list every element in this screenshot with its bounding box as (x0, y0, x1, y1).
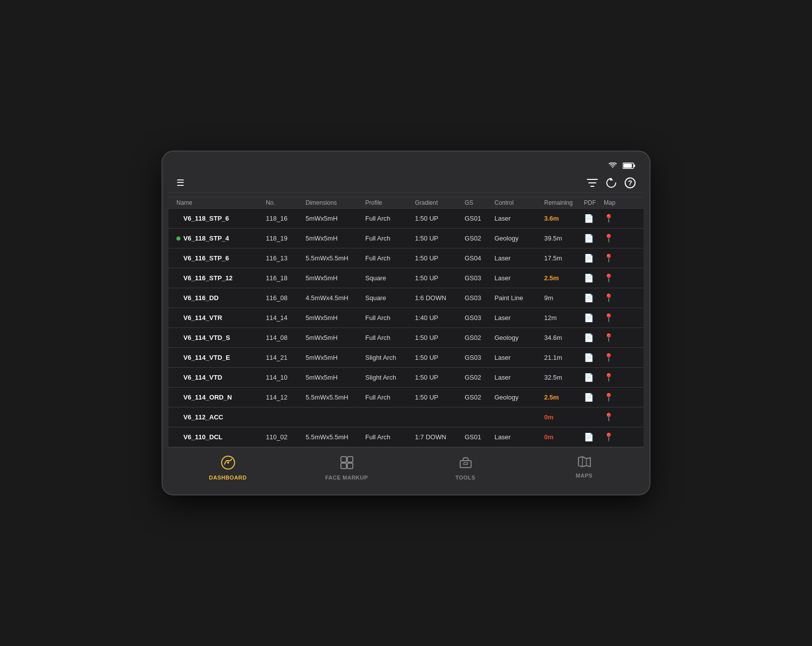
row-remaining: 0m (544, 413, 584, 421)
row-no: 118_19 (266, 235, 306, 242)
device-frame: ☰ ? (162, 152, 650, 494)
row-remaining: 2.5m (544, 274, 584, 282)
table-row[interactable]: V6_116_DD 116_08 4.5mWx4.5mH Square 1:6 … (168, 288, 644, 308)
row-name: V6_110_DCL (176, 433, 266, 441)
device-screen: ☰ ? (168, 158, 644, 488)
table-row[interactable]: V6_118_STP_4 118_19 5mWx5mH Full Arch 1:… (168, 229, 644, 248)
table-row[interactable]: V6_114_VTD 114_10 5mWx5mH Slight Arch 1:… (168, 368, 644, 388)
battery-icon (623, 162, 636, 169)
bottom-nav: DASHBOARD FACE MARKUP TOOLS MAPS (168, 447, 644, 488)
table-row[interactable]: V6_112_ACC 0m 📍 (168, 407, 644, 427)
pdf-icon[interactable]: 📄 (584, 393, 604, 402)
col-dimensions: Dimensions (306, 199, 365, 206)
status-time-date (176, 162, 178, 169)
map-pin-icon[interactable]: 📍 (604, 273, 629, 283)
app-header: ☰ ? (168, 173, 644, 193)
nav-item-maps[interactable]: MAPS (525, 453, 644, 484)
row-no: 110_02 (266, 433, 306, 441)
row-dimensions: 4.5mWx4.5mH (306, 294, 365, 302)
row-gs: GS03 (465, 274, 494, 282)
pdf-icon[interactable]: 📄 (584, 293, 604, 303)
map-pin-icon[interactable]: 📍 (604, 353, 629, 362)
pdf-icon[interactable]: 📄 (584, 273, 604, 283)
row-no: 114_08 (266, 334, 306, 341)
row-name: V6_118_STP_6 (176, 215, 266, 222)
help-button[interactable]: ? (625, 177, 636, 188)
row-remaining: 9m (544, 294, 584, 302)
map-pin-icon[interactable]: 📍 (604, 234, 629, 243)
row-dimensions: 5.5mWx5.5mH (306, 254, 365, 262)
pdf-icon[interactable]: 📄 (584, 214, 604, 223)
row-control: Geology (494, 394, 544, 401)
pdf-icon[interactable]: 📄 (584, 432, 604, 442)
map-pin-icon[interactable]: 📍 (604, 412, 629, 422)
svg-rect-10 (347, 463, 353, 469)
row-gs: GS02 (465, 394, 494, 401)
map-pin-icon[interactable]: 📍 (604, 253, 629, 263)
row-profile: Full Arch (365, 235, 415, 242)
map-pin-icon[interactable]: 📍 (604, 313, 629, 323)
table-row[interactable]: V6_114_VTR 114_14 5mWx5mH Full Arch 1:40… (168, 308, 644, 328)
row-dimensions: 5mWx5mH (306, 215, 365, 222)
row-gradient: 1:40 UP (415, 314, 465, 322)
table-row[interactable]: V6_114_VTD_E 114_21 5mWx5mH Slight Arch … (168, 348, 644, 368)
row-no: 116_13 (266, 254, 306, 262)
nav-label-dashboard: DASHBOARD (209, 475, 247, 481)
status-dot (176, 316, 180, 320)
status-dot (176, 376, 180, 380)
map-pin-icon[interactable]: 📍 (604, 393, 629, 402)
row-remaining: 2.5m (544, 394, 584, 401)
hamburger-button[interactable]: ☰ (176, 177, 184, 188)
map-pin-icon[interactable]: 📍 (604, 432, 629, 442)
pdf-icon[interactable]: 📄 (584, 333, 604, 342)
row-name: V6_116_DD (176, 294, 266, 302)
table-row[interactable]: V6_116_STP_6 116_13 5.5mWx5.5mH Full Arc… (168, 248, 644, 268)
nav-label-tools: TOOLS (455, 475, 475, 481)
svg-rect-12 (464, 463, 468, 465)
svg-rect-1 (634, 164, 636, 167)
svg-rect-7 (341, 457, 346, 462)
row-name: V6_116_STP_6 (176, 254, 266, 262)
nav-item-face-markup[interactable]: FACE MARKUP (287, 453, 406, 484)
nav-item-tools[interactable]: TOOLS (406, 453, 525, 484)
row-gs: GS02 (465, 374, 494, 381)
status-dot (176, 296, 180, 300)
face-markup-icon (340, 456, 354, 470)
row-no: 114_14 (266, 314, 306, 322)
row-profile: Full Arch (365, 254, 415, 262)
row-remaining: 21.1m (544, 354, 584, 361)
table-row[interactable]: V6_116_STP_12 116_18 5mWx5mH Square 1:50… (168, 268, 644, 288)
table-row[interactable]: V6_114_VTD_S 114_08 5mWx5mH Full Arch 1:… (168, 328, 644, 348)
pdf-icon[interactable]: 📄 (584, 373, 604, 382)
maps-icon (577, 456, 591, 468)
nav-item-dashboard[interactable]: DASHBOARD (168, 453, 287, 484)
row-control: Laser (494, 215, 544, 222)
status-dot (176, 217, 180, 221)
row-profile: Full Arch (365, 334, 415, 341)
map-pin-icon[interactable]: 📍 (604, 373, 629, 382)
table-row[interactable]: V6_114_ORD_N 114_12 5.5mWx5.5mH Full Arc… (168, 388, 644, 407)
row-control: Geology (494, 235, 544, 242)
row-no: 114_10 (266, 374, 306, 381)
svg-rect-2 (624, 163, 632, 167)
svg-text:?: ? (628, 179, 633, 187)
row-remaining: 34.6m (544, 334, 584, 341)
filter-button[interactable] (587, 178, 598, 187)
map-pin-icon[interactable]: 📍 (604, 214, 629, 223)
row-control: Laser (494, 254, 544, 262)
map-pin-icon[interactable]: 📍 (604, 293, 629, 303)
row-remaining: 39.5m (544, 235, 584, 242)
pdf-icon[interactable]: 📄 (584, 313, 604, 323)
row-profile: Square (365, 294, 415, 302)
table-row[interactable]: V6_118_STP_6 118_16 5mWx5mH Full Arch 1:… (168, 209, 644, 229)
row-profile: Full Arch (365, 215, 415, 222)
col-remaining: Remaining (544, 199, 584, 206)
row-gs: GS04 (465, 254, 494, 262)
pdf-icon[interactable]: 📄 (584, 353, 604, 362)
refresh-button[interactable] (606, 177, 617, 188)
map-pin-icon[interactable]: 📍 (604, 333, 629, 342)
row-dimensions: 5.5mWx5.5mH (306, 394, 365, 401)
table-row[interactable]: V6_110_DCL 110_02 5.5mWx5.5mH Full Arch … (168, 427, 644, 447)
pdf-icon[interactable]: 📄 (584, 234, 604, 243)
pdf-icon[interactable]: 📄 (584, 253, 604, 263)
